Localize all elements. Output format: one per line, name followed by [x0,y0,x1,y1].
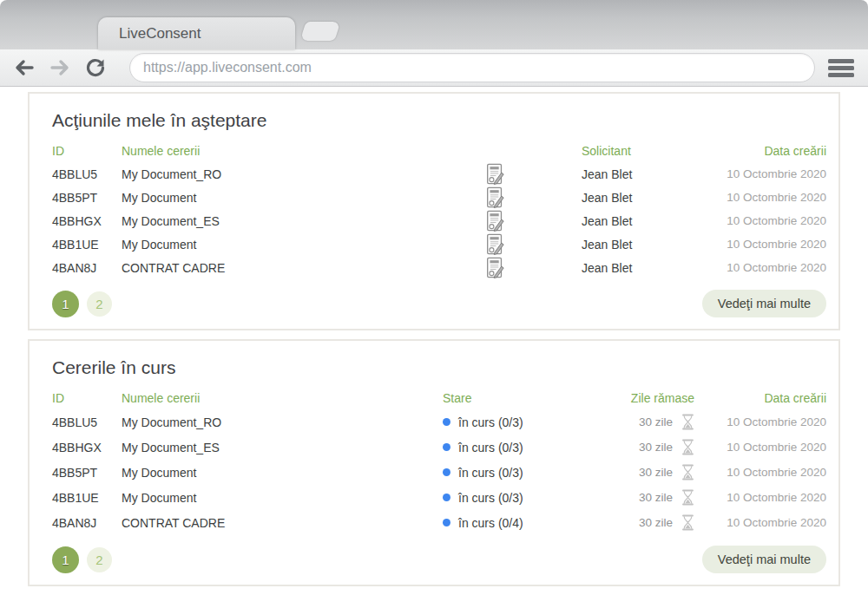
table-row[interactable]: 4BAN8J CONTRAT CADRE Jean Blet 10 Octomb… [52,256,826,279]
cell-id: 4BBHGX [52,214,122,228]
tab-title: LiveConsent [119,25,201,42]
in-progress-panel: Cererile în curs ID Numele cererii Stare… [28,339,840,586]
cell-requester: Jean Blet [547,214,653,228]
table-row[interactable]: 4BBHGX My Document_ES Jean Blet 10 Octom… [52,209,826,232]
table-row[interactable]: 4BBLU5 My Document_RO în curs (0/3) 30 z… [52,409,826,435]
cell-id: 4BAN8J [52,261,122,275]
status-dot-icon [443,519,450,526]
cell-created-date: 10 Octombrie 2020 [653,167,826,180]
cell-created-date: 10 Octombrie 2020 [653,261,826,274]
page-button-1[interactable]: 1 [52,546,79,573]
sign-document-icon[interactable] [443,257,547,279]
cell-status: în curs (0/3) [443,491,603,505]
menu-icon[interactable] [828,59,854,77]
hourglass-icon [681,439,694,455]
cell-id: 4BB5PT [52,191,122,205]
col-header-status: Stare [443,391,603,405]
cell-request-name: My Document_ES [122,214,443,228]
url-text: https://app.liveconsent.com [143,60,312,75]
cell-request-name: My Document_ES [122,441,443,454]
cell-days-remaining: 30 zile [603,414,694,430]
reload-icon[interactable] [85,57,106,78]
cell-status: în curs (0/4) [443,516,603,530]
cell-status: în curs (0/3) [443,466,603,480]
forward-icon[interactable] [49,57,70,78]
page-button-2[interactable]: 2 [87,547,112,572]
cell-request-name: CONTRAT CADRE [122,516,443,530]
page-button-1[interactable]: 1 [52,291,79,317]
table-row[interactable]: 4BAN8J CONTRAT CADRE în curs (0/4) 30 zi… [52,510,826,535]
cell-days-remaining: 30 zile [603,489,694,506]
back-icon[interactable] [14,57,35,78]
pagination: 1 2 [52,291,112,317]
browser-chrome: LiveConsent https://app.liveconsent.com [0,0,868,87]
page-button-2[interactable]: 2 [87,291,112,317]
col-header-id: ID [52,144,122,158]
cell-days-remaining: 30 zile [603,514,694,531]
table-row[interactable]: 4BB5PT My Document în curs (0/3) 30 zile… [52,460,826,485]
cell-request-name: My Document [122,238,443,252]
cell-requester: Jean Blet [547,167,653,181]
cell-created-date: 10 Octombrie 2020 [694,491,826,504]
table-row[interactable]: 4BB5PT My Document Jean Blet 10 Octombri… [52,186,826,209]
hourglass-icon [681,514,694,531]
cell-id: 4BBLU5 [52,167,122,181]
cell-request-name: CONTRAT CADRE [122,261,443,275]
panel-title: Acţiunile mele în aşteptare [52,110,826,131]
new-tab-button[interactable] [299,22,340,41]
table-row[interactable]: 4BBHGX My Document_ES în curs (0/3) 30 z… [52,435,826,460]
cell-requester: Jean Blet [547,191,653,205]
col-header-id: ID [52,391,122,405]
table-row[interactable]: 4BB1UE My Document în curs (0/3) 30 zile… [52,485,826,510]
browser-toolbar: https://app.liveconsent.com [0,49,868,87]
cell-days-remaining: 30 zile [603,439,694,455]
cell-request-name: My Document [122,466,443,480]
cell-id: 4BB5PT [52,466,122,480]
cell-id: 4BBHGX [52,441,122,454]
table-header: ID Numele cererii Stare Zile rămase Data… [52,387,826,409]
col-header-requester: Solicitant [547,144,653,158]
table-row[interactable]: 4BBLU5 My Document_RO Jean Blet 10 Octom… [52,162,826,186]
table-row[interactable]: 4BB1UE My Document Jean Blet 10 Octombri… [52,232,826,256]
cell-id: 4BBLU5 [52,415,122,429]
cell-created-date: 10 Octombrie 2020 [694,466,826,479]
cell-requester: Jean Blet [547,238,653,252]
cell-created-date: 10 Octombrie 2020 [653,238,826,251]
cell-request-name: My Document_RO [122,167,443,181]
hourglass-icon [681,414,694,430]
hourglass-icon [681,489,694,506]
cell-id: 4BB1UE [52,238,122,252]
cell-request-name: My Document [122,491,443,505]
col-header-created: Data creării [694,391,826,405]
see-more-button[interactable]: Vedeţi mai multe [702,290,826,317]
page-content: Acţiunile mele în aşteptare ID Numele ce… [0,87,868,595]
sign-document-icon[interactable] [443,233,547,256]
status-dot-icon [443,418,450,426]
table-header: ID Numele cererii Solicitant Data creări… [52,140,826,162]
url-bar[interactable]: https://app.liveconsent.com [129,53,815,82]
cell-created-date: 10 Octombrie 2020 [653,191,826,204]
col-header-days: Zile rămase [603,391,694,405]
pagination: 1 2 [52,546,112,573]
see-more-button[interactable]: Vedeţi mai multe [702,546,826,573]
cell-id: 4BB1UE [52,491,122,505]
sign-document-icon[interactable] [443,186,547,209]
browser-tab[interactable]: LiveConsent [98,17,295,49]
cell-status: în curs (0/3) [443,441,603,454]
cell-status: în curs (0/3) [443,415,603,429]
cell-requester: Jean Blet [547,261,653,275]
cell-created-date: 10 Octombrie 2020 [694,415,826,428]
col-header-created: Data creării [653,144,826,158]
status-dot-icon [443,468,450,476]
cell-created-date: 10 Octombrie 2020 [653,214,826,227]
cell-request-name: My Document_RO [122,415,443,429]
col-header-name: Numele cererii [122,144,443,158]
sign-document-icon[interactable] [443,210,547,232]
hourglass-icon [681,464,694,481]
sign-document-icon[interactable] [443,163,547,186]
cell-id: 4BAN8J [52,516,122,530]
panel-title: Cererile în curs [52,357,826,378]
cell-created-date: 10 Octombrie 2020 [694,516,826,529]
col-header-name: Numele cererii [122,391,443,405]
cell-request-name: My Document [122,191,443,205]
